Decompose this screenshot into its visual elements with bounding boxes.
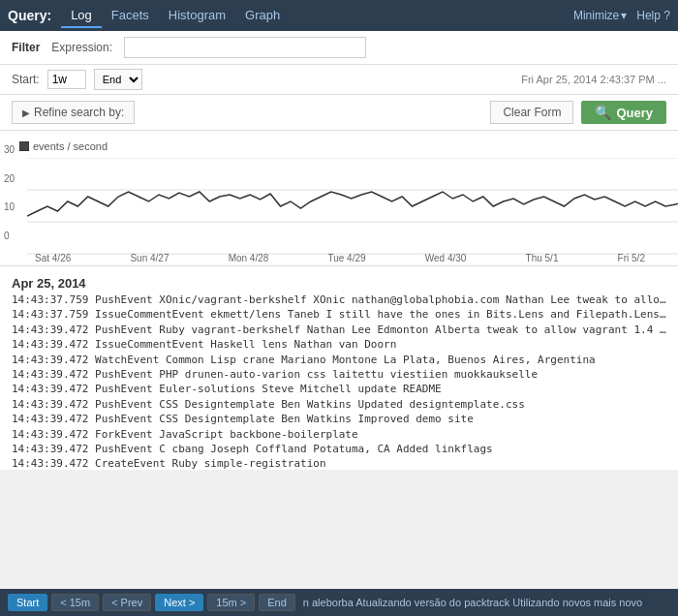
chart-svg [27, 158, 678, 255]
next-button[interactable]: Next > [155, 594, 203, 611]
tab-graph[interactable]: Graph [235, 4, 290, 28]
start-label: Start: [12, 73, 40, 86]
log-line: 14:43:39.472 PushEvent CSS Designtemplat… [12, 412, 666, 426]
next15-button[interactable]: 15m > [207, 594, 255, 611]
log-line: 14:43:39.472 PushEvent CSS Designtemplat… [12, 397, 666, 412]
filter-bar: Filter Expression: [0, 31, 678, 65]
tab-histogram[interactable]: Histogram [159, 4, 235, 28]
bottom-bar: Start < 15m < Prev Next > 15m > End n al… [0, 589, 678, 616]
start-input[interactable] [47, 70, 86, 89]
query-button[interactable]: 🔍 Query [581, 101, 666, 124]
help-button[interactable]: Help ? [636, 9, 670, 22]
tab-facets[interactable]: Facets [102, 4, 159, 28]
y-axis: 30 20 10 0 [0, 144, 18, 241]
log-line: 14:43:39.472 ForkEvent JavaScript backbo… [12, 427, 666, 442]
log-line: 14:43:37.759 PushEvent XOnic/vagrant-ber… [12, 293, 666, 307]
minimize-button[interactable]: Minimize ▾ [573, 9, 627, 22]
chart-legend: events / second [19, 140, 108, 152]
start-button[interactable]: Start [8, 594, 47, 611]
play-icon: ▶ [22, 108, 30, 118]
expression-label: Expression: [51, 41, 112, 54]
end-select[interactable]: End [94, 69, 142, 90]
log-line: 14:43:39.472 PushEvent C cbang Joseph Co… [12, 442, 666, 456]
log-lines-container: 14:43:37.759 PushEvent XOnic/vagrant-ber… [12, 293, 666, 470]
search-actions: Clear Form 🔍 Query [490, 101, 666, 124]
log-line: 14:43:39.472 PushEvent Ruby vagrant-berk… [12, 323, 666, 337]
refine-button[interactable]: ▶ Refine search by: [12, 101, 135, 124]
log-area: Apr 25, 2014 14:43:37.759 PushEvent XOni… [0, 266, 678, 470]
prev-button[interactable]: < Prev [103, 594, 151, 611]
top-nav: Log Facets Histogram Graph [61, 4, 290, 28]
query-label: Query: [8, 8, 51, 23]
top-bar: Query: Log Facets Histogram Graph Minimi… [0, 0, 678, 31]
search-icon: 🔍 [595, 105, 611, 120]
log-date-header: Apr 25, 2014 [12, 276, 666, 291]
tab-log[interactable]: Log [61, 4, 102, 28]
filter-label: Filter [12, 41, 40, 54]
log-line: 14:43:39.472 WatchEvent Common Lisp cran… [12, 353, 666, 367]
clear-form-button[interactable]: Clear Form [490, 101, 573, 124]
time-bar: Start: End Fri Apr 25, 2014 2:43:37 PM .… [0, 65, 678, 95]
top-bar-right: Minimize ▾ Help ? [573, 9, 670, 22]
log-line: 14:43:39.472 IssueCommentEvent Haskell l… [12, 337, 666, 352]
end-button[interactable]: End [259, 594, 295, 611]
log-line: 14:43:39.472 PushEvent PHP drunen-auto-v… [12, 367, 666, 382]
log-line: 14:43:39.472 PushEvent Euler-solutions S… [12, 382, 666, 396]
expression-input[interactable] [124, 37, 366, 58]
timestamp-display: Fri Apr 25, 2014 2:43:37 PM ... [521, 74, 666, 85]
log-line: 14:43:37.759 IssueCommentEvent ekmett/le… [12, 307, 666, 322]
status-text: n aleborba Atualizando versão do packtra… [303, 597, 642, 608]
prev15-button[interactable]: < 15m [51, 594, 99, 611]
legend-box [19, 141, 29, 151]
log-line: 14:43:39.472 CreateEvent Ruby simple-reg… [12, 456, 666, 470]
search-bar: ▶ Refine search by: Clear Form 🔍 Query [0, 95, 678, 131]
chart-area: events / second 30 20 10 0 Sat 4/26 Sun … [0, 131, 678, 266]
x-axis: Sat 4/26 Sun 4/27 Mon 4/28 Tue 4/29 Wed … [8, 253, 666, 263]
